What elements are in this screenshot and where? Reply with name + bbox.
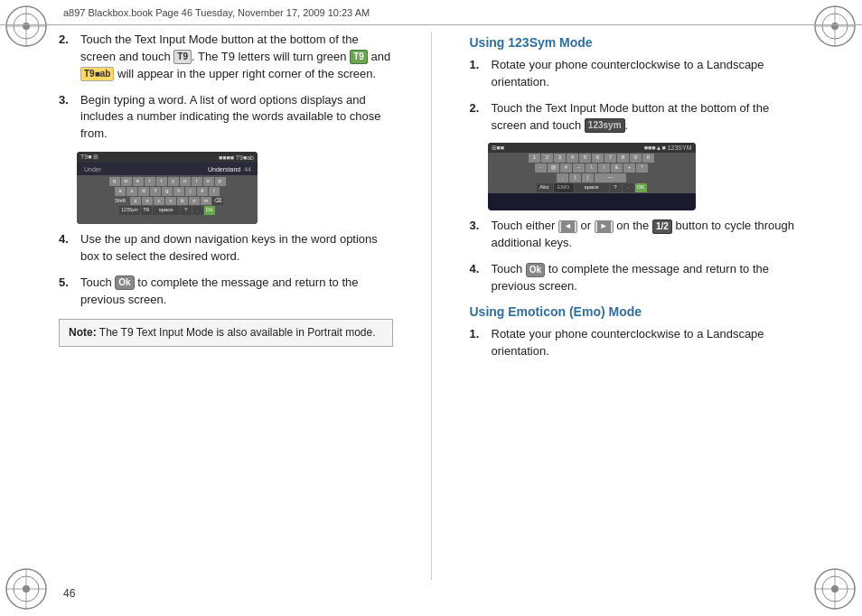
phone-status-bar: T9■ ⊞ ■■■■ T9■ab [77,152,258,163]
emo-step-1-num: 1. [470,326,488,360]
header-bar: a897 Blackbox.book Page 46 Tuesday, Nove… [0,0,862,25]
phone-word-bar: Under Understand 44 [77,163,258,175]
r-step-4: 4. Touch Ok to complete the message and … [470,261,804,295]
step-3: 3. Begin typing a word. A list of word o… [59,92,393,144]
r-step-1-num: 1. [470,57,488,91]
sym-key-tilde: ~ [573,163,585,173]
section-123sym-heading: Using 123Sym Mode [470,35,804,50]
phone-status-left: T9■ ⊞ [80,154,98,161]
sym-key-comma: , [557,173,568,182]
sym-key-rparen: ) [582,173,594,182]
emo-step-1: 1. Rotate your phone counterclockwise to… [470,326,804,360]
sym-key-abc: Abc [537,183,553,192]
1-2-icon: 1/2 [652,219,672,234]
sym-key-hash: # [560,163,572,173]
sym-key-6: 6 [592,154,604,163]
right-column: Using 123Sym Mode 1. Rotate your phone c… [461,32,804,580]
step-4-num: 4. [59,231,77,266]
phone-status-right: ■■■■ T9■ab [219,154,254,161]
sym-key-backslash: \ [586,163,597,173]
sym-key-ok: OK [635,183,647,192]
sym-key-amp: & [611,163,623,173]
note-text: The T9 Text Input Mode is also available… [99,326,376,339]
key-shift: Shift [111,197,129,206]
key-n: n [189,197,200,206]
key-k: k [197,187,208,196]
key-row-2: a s d f g h j k l [79,187,256,196]
key-p: p [215,177,226,186]
key-h: h [173,187,184,196]
key-v: v [165,197,176,206]
phone-screen: T9■ ⊞ ■■■■ T9■ab Under Understand 44 q w… [77,152,258,224]
r-step-3-num: 3. [470,218,488,252]
section-emo-heading: Using Emoticon (Emo) Mode [470,304,804,319]
r-step-2: 2. Touch the Text Input Mode button at t… [470,100,804,135]
key-c: c [154,197,164,206]
sym-key-star: * [636,163,648,173]
sym-key-mdash: — [595,173,626,182]
t9-green-icon: T9 [350,50,368,64]
t9-icon: T9 [173,50,192,64]
key-space: space [153,206,180,215]
key-m: m [201,197,211,206]
sym-key-space: space [575,183,609,192]
key-d: d [138,187,149,196]
step-5: 5. Touch Ok to complete the message and … [59,275,393,309]
step-2-text: Touch the Text Input Mode button at the … [80,32,393,83]
sym-key-4: 4 [567,154,578,163]
phone-word-understand: Understand [208,166,244,173]
sym-keyboard: 1 2 3 4 5 6 7 8 9 0 - @ # [488,153,696,192]
sym-key-0: 0 [642,154,654,163]
column-divider [431,32,432,580]
key-b: b [177,197,188,206]
key-i: i [192,177,202,186]
phone-word-under: Under [80,166,208,173]
sym-key-7: 7 [604,154,616,163]
r-step-3-text: Touch either ◄ or ► on the 1/2 button to… [492,218,804,252]
right-arrow-btn: ► [595,220,614,233]
sym-status-bar: ⊞■■ ■■■▲■ 123SYM [488,143,696,153]
key-question: ? [181,206,192,215]
note-label: Note: [69,326,97,339]
key-j: j [185,187,196,196]
key-q: q [109,177,120,186]
key-o: o [203,177,214,186]
sym-key-at: @ [548,163,559,173]
step-3-text: Begin typing a word. A list of word opti… [80,92,393,144]
sym-phone-screen: ⊞■■ ■■■▲■ 123SYM 1 2 3 4 5 6 7 8 9 0 [488,143,696,210]
step-5-num: 5. [59,275,77,309]
sym-key-emo: EMO [554,183,574,192]
key-y: y [168,177,179,186]
ok-icon-left: Ok [115,275,134,290]
key-t9: T9 [141,206,152,215]
left-arrow-icon: ◄ [561,221,575,232]
sym-row-1: 1 2 3 4 5 6 7 8 9 0 [490,154,694,163]
sym-key-dash: - [535,163,547,173]
sym-key-5: 5 [579,154,591,163]
sym-key-3: 3 [554,154,566,163]
r-step-4-text: Touch Ok to complete the message and ret… [492,261,804,295]
step-2: 2. Touch the Text Input Mode button at t… [59,32,393,83]
r-step-3: 3. Touch either ◄ or ► on the 1/2 button… [470,218,804,252]
key-s: s [126,187,137,196]
sym-key-dot: . [623,183,634,192]
step-4-text: Use the up and down navigation keys in t… [80,231,393,266]
key-ok: Ok [204,206,215,215]
sym-status-right: ■■■▲■ 123SYM [644,145,692,151]
right-arrow-icon: ► [597,221,611,232]
left-arrow-btn: ◄ [558,220,577,233]
step-4: 4. Use the up and down navigation keys i… [59,231,393,266]
r-step-2-num: 2. [470,100,488,135]
key-r: r [145,177,155,186]
step-5-text: Touch Ok to complete the message and ret… [80,275,393,309]
key-u: u [180,177,191,186]
sym-key-slash: / [598,163,610,173]
emo-step-1-text: Rotate your phone counterclockwise to a … [492,326,804,360]
sym-key-9: 9 [630,154,642,163]
key-g: g [162,187,173,196]
note-box: Note: The T9 Text Input Mode is also ava… [59,319,393,347]
sym-status-left: ⊞■■ [492,145,504,152]
key-e: e [133,177,144,186]
key-f: f [150,187,161,196]
key-x: x [142,197,153,206]
